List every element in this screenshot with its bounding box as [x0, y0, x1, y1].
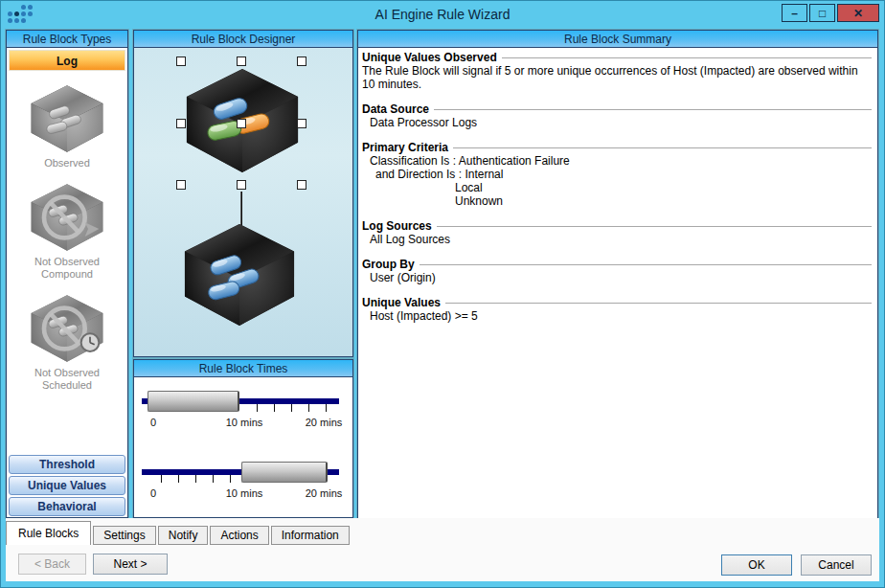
minimize-button[interactable]: – [782, 4, 807, 22]
ai-engine-rule-wizard-window: AI Engine Rule Wizard – □ ✕ Rule Block T… [0, 0, 885, 588]
section-line: Data Processor Logs [362, 116, 874, 129]
section-heading: Group By [362, 258, 415, 271]
threshold-type-button[interactable]: Threshold [9, 455, 125, 474]
tick-mark [308, 404, 309, 412]
type-item-observed[interactable]: Observed [7, 84, 127, 170]
rule-block-designer-header: Rule Block Designer [134, 31, 352, 48]
rule-block-designer-panel: Rule Block Designer [133, 30, 353, 357]
section-heading: Primary Criteria [362, 141, 448, 154]
summary-section-group-by: Group By User (Origin) [362, 258, 874, 284]
close-icon: ✕ [853, 7, 863, 20]
selection-handle[interactable] [237, 119, 246, 128]
slider-tick-label: 0 [150, 417, 156, 428]
rule-block-summary-header: Rule Block Summary [358, 31, 877, 48]
selection-handle[interactable] [297, 119, 306, 128]
summary-section-data-source: Data Source Data Processor Logs [362, 102, 874, 129]
rule-block-times-panel: Rule Block Times 0 10 mins 20 mins 0 10 … [133, 359, 353, 518]
selection-handle[interactable] [176, 57, 186, 66]
selection-handle[interactable] [237, 180, 246, 190]
section-divider [502, 57, 872, 58]
not-observed-scheduled-cube-icon [29, 294, 105, 363]
tick-mark [161, 475, 162, 483]
ok-button[interactable]: OK [721, 554, 792, 576]
tick-mark [326, 404, 327, 412]
section-heading: Unique Values [362, 296, 441, 309]
section-divider [445, 303, 872, 304]
section-line: Host (Impacted) >= 5 [362, 309, 874, 323]
minimize-icon: – [791, 7, 798, 20]
tick-mark [213, 475, 214, 483]
slider-tick-label: 0 [150, 487, 156, 499]
section-line: User (Origin) [362, 271, 874, 284]
tab-actions[interactable]: Actions [210, 526, 268, 545]
summary-section-unique-values: Unique Values Host (Impacted) >= 5 [362, 296, 874, 323]
close-button[interactable]: ✕ [837, 4, 879, 22]
rule-block-cube[interactable] [180, 222, 299, 328]
type-item-not-observed-scheduled[interactable]: Not Observed Scheduled [7, 294, 127, 392]
footer-area: Rule Blocks Settings Notify Actions Info… [6, 518, 879, 581]
unique-values-type-button[interactable]: Unique Values [9, 476, 125, 495]
type-item-label: Not Observed Compound [7, 256, 127, 281]
maximize-button[interactable]: □ [809, 4, 835, 22]
section-line: Local [362, 181, 874, 194]
summary-section-unique-values-observed: Unique Values Observed The Rule Block wi… [362, 51, 874, 91]
section-line: and Direction Is : Internal [362, 168, 874, 181]
tab-notify[interactable]: Notify [158, 526, 209, 545]
section-divider [453, 147, 872, 148]
section-divider [437, 226, 872, 227]
rule-block-times-header: Rule Block Times [134, 360, 352, 377]
not-observed-compound-cube-icon [29, 183, 105, 252]
section-line: Unknown [362, 194, 874, 208]
tick-mark [178, 475, 179, 483]
rule-block-types-panel: Rule Block Types Log Observed [6, 30, 128, 518]
slider-tick-label: 20 mins [306, 487, 343, 499]
time-range-slider[interactable] [241, 462, 328, 483]
section-divider [434, 109, 872, 110]
selection-handle[interactable] [237, 57, 246, 66]
designer-canvas[interactable] [134, 48, 352, 356]
slider-tick-label: 10 mins [226, 487, 263, 499]
tick-mark [274, 404, 275, 412]
section-line: The Rule Block will signal if 5 or more … [362, 64, 874, 91]
time-range-slider[interactable] [148, 391, 239, 412]
tab-settings[interactable]: Settings [93, 526, 155, 545]
tick-mark [230, 475, 231, 483]
selection-handle[interactable] [297, 180, 306, 190]
rule-block-types-header: Rule Block Types [7, 31, 127, 48]
type-item-label: Observed [7, 157, 127, 170]
type-item-not-observed-compound[interactable]: Not Observed Compound [7, 183, 127, 281]
maximize-icon: □ [819, 7, 826, 20]
tab-rule-blocks[interactable]: Rule Blocks [6, 521, 91, 545]
title-bar: AI Engine Rule Wizard – □ ✕ [1, 1, 884, 29]
section-heading: Unique Values Observed [362, 51, 497, 64]
wizard-tabstrip: Rule Blocks Settings Notify Actions Info… [6, 521, 352, 545]
cancel-button[interactable]: Cancel [801, 554, 872, 576]
selection-handle[interactable] [176, 119, 186, 128]
section-divider [420, 264, 872, 265]
section-line: All Log Sources [362, 233, 874, 246]
log-type-button[interactable]: Log [9, 50, 125, 71]
window-title: AI Engine Rule Wizard [1, 7, 884, 22]
section-heading: Data Source [362, 102, 429, 116]
section-line: Classification Is : Authentication Failu… [362, 154, 874, 168]
section-heading: Log Sources [362, 219, 432, 233]
summary-section-log-sources: Log Sources All Log Sources [362, 219, 874, 246]
tab-information[interactable]: Information [271, 526, 350, 545]
selection-handle[interactable] [297, 57, 306, 66]
tick-mark [195, 475, 196, 483]
slider-tick-label: 10 mins [226, 417, 263, 428]
observed-cube-icon [29, 84, 105, 153]
slider-tick-label: 20 mins [306, 417, 343, 428]
selection-handle[interactable] [176, 180, 186, 190]
summary-section-primary-criteria: Primary Criteria Classification Is : Aut… [362, 141, 874, 208]
tick-mark [257, 404, 258, 412]
behavioral-type-button[interactable]: Behavioral [9, 497, 125, 516]
back-button[interactable]: < Back [18, 554, 86, 575]
next-button[interactable]: Next > [93, 554, 168, 575]
rule-block-summary-panel: Rule Block Summary Unique Values Observe… [357, 30, 878, 520]
type-item-label: Not Observed Scheduled [7, 367, 127, 392]
tick-mark [291, 404, 292, 412]
